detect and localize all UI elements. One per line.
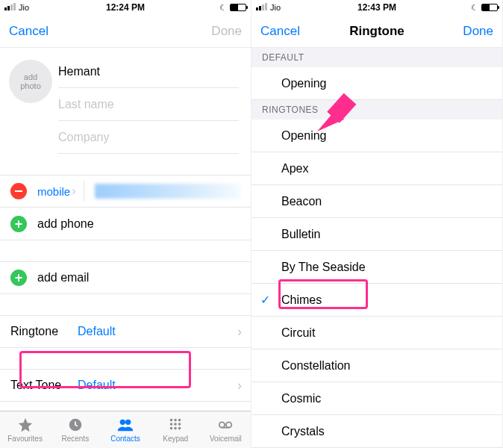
ringtone-item-label: Apex bbox=[281, 162, 308, 175]
ringtone-label: Ringtone bbox=[10, 325, 78, 338]
done-button[interactable]: Done bbox=[211, 24, 242, 39]
add-phone-icon bbox=[10, 216, 27, 232]
ringtone-item[interactable]: Constellation bbox=[251, 349, 502, 382]
svg-point-13 bbox=[226, 422, 231, 427]
ringtone-item-label: Bulletin bbox=[281, 228, 320, 241]
battery-icon bbox=[230, 4, 246, 11]
add-email-label: add email bbox=[37, 271, 89, 284]
chevron-right-icon: › bbox=[72, 184, 75, 198]
add-phone-row[interactable]: add phone bbox=[0, 208, 251, 240]
svg-point-12 bbox=[219, 422, 225, 427]
ringtone-item-label: Beacon bbox=[281, 195, 322, 208]
clock: 12:24 PM bbox=[0, 2, 251, 13]
default-ringtone-item[interactable]: Opening bbox=[251, 67, 502, 100]
ringtone-item-label: Crystals bbox=[281, 425, 325, 438]
chevron-right-icon: › bbox=[237, 324, 242, 340]
last-name-field[interactable]: Last name bbox=[58, 88, 239, 121]
ringtone-item[interactable]: Circuit bbox=[251, 317, 502, 349]
add-phone-label: add phone bbox=[37, 217, 94, 231]
add-email-icon bbox=[10, 270, 27, 286]
edit-contact-content: add photo Hemant Last name Company mobil… bbox=[0, 48, 251, 411]
ringtone-item-label: Chimes bbox=[281, 293, 322, 307]
cancel-button[interactable]: Cancel bbox=[260, 24, 300, 39]
phone-type[interactable]: mobile bbox=[37, 185, 70, 198]
svg-point-1 bbox=[120, 420, 125, 425]
phone-ringtone-picker: Jio 12:43 PM ☾ Cancel Ringtone Done DEFA… bbox=[251, 0, 503, 448]
tab-favourites[interactable]: Favourites bbox=[0, 411, 50, 448]
ringtone-item[interactable]: By The Seaside bbox=[251, 251, 502, 284]
contacts-icon bbox=[116, 417, 134, 433]
clock: 12:43 PM bbox=[251, 2, 502, 13]
svg-point-11 bbox=[178, 427, 181, 430]
tab-keypad[interactable]: Keypad bbox=[151, 411, 201, 448]
navbar: Cancel Ringtone Done bbox=[251, 15, 502, 48]
remove-phone-icon[interactable] bbox=[10, 183, 27, 199]
svg-point-3 bbox=[170, 419, 173, 422]
done-button[interactable]: Done bbox=[463, 24, 493, 39]
company-field[interactable]: Company bbox=[58, 121, 239, 154]
texttone-value: Default bbox=[78, 379, 116, 392]
battery-icon bbox=[481, 4, 498, 11]
ringtone-list[interactable]: DEFAULT Opening RINGTONES OpeningApexBea… bbox=[251, 48, 502, 448]
phone-number-value[interactable] bbox=[95, 184, 240, 199]
ringtone-item[interactable]: ✓Chimes bbox=[251, 284, 502, 317]
status-bar: Jio 12:24 PM ☾ bbox=[0, 0, 251, 15]
phone-row[interactable]: mobile › bbox=[0, 175, 251, 208]
texttone-label: Text Tone bbox=[10, 379, 78, 392]
phone-edit-contact: Jio 12:24 PM ☾ Cancel Done add photo Hem… bbox=[0, 0, 251, 448]
chevron-right-icon: › bbox=[237, 378, 242, 393]
status-bar: Jio 12:43 PM ☾ bbox=[251, 0, 502, 15]
ringtone-item-label: Circuit bbox=[281, 326, 315, 340]
annotation-arrow-icon bbox=[311, 78, 371, 137]
ringtone-item[interactable]: Apex bbox=[251, 152, 502, 185]
ringtone-item[interactable]: Crystals bbox=[251, 415, 502, 448]
tab-bar: Favourites Recents Contacts Keypad Voice… bbox=[0, 411, 251, 448]
ringtone-item[interactable]: Bulletin bbox=[251, 218, 502, 251]
keypad-icon bbox=[166, 417, 184, 433]
svg-point-6 bbox=[170, 423, 173, 426]
navbar: Cancel Done bbox=[0, 15, 251, 48]
first-name-field[interactable]: Hemant bbox=[58, 55, 239, 88]
svg-point-9 bbox=[170, 427, 173, 430]
ringtone-item-label: By The Seaside bbox=[281, 261, 366, 274]
check-icon: ✓ bbox=[260, 293, 270, 307]
voicemail-icon bbox=[216, 417, 234, 433]
svg-point-2 bbox=[125, 420, 131, 425]
add-photo-button[interactable]: add photo bbox=[9, 60, 52, 103]
section-header-default: DEFAULT bbox=[251, 48, 502, 67]
tab-recents[interactable]: Recents bbox=[50, 411, 100, 448]
svg-point-4 bbox=[174, 419, 177, 422]
tab-contacts[interactable]: Contacts bbox=[100, 411, 150, 448]
ringtone-item[interactable]: Cosmic bbox=[251, 382, 502, 415]
ringtone-item-label: Constellation bbox=[281, 359, 351, 373]
ringtone-item-label: Cosmic bbox=[281, 392, 321, 405]
texttone-row[interactable]: Text Tone Default › bbox=[0, 369, 251, 402]
ringtone-row[interactable]: Ringtone Default › bbox=[0, 315, 251, 348]
clock-icon bbox=[66, 417, 84, 433]
svg-point-10 bbox=[174, 427, 177, 430]
svg-point-7 bbox=[174, 423, 177, 426]
tab-voicemail[interactable]: Voicemail bbox=[201, 411, 251, 448]
add-email-row[interactable]: add email bbox=[0, 261, 251, 294]
section-header-ringtones: RINGTONES bbox=[251, 100, 502, 119]
svg-point-5 bbox=[178, 419, 181, 422]
svg-point-8 bbox=[178, 423, 181, 426]
star-icon bbox=[16, 417, 34, 433]
ringtone-item[interactable]: Beacon bbox=[251, 185, 502, 218]
ringtone-item[interactable]: Opening bbox=[251, 119, 502, 152]
ringtone-value: Default bbox=[78, 325, 116, 338]
cancel-button[interactable]: Cancel bbox=[9, 24, 49, 39]
